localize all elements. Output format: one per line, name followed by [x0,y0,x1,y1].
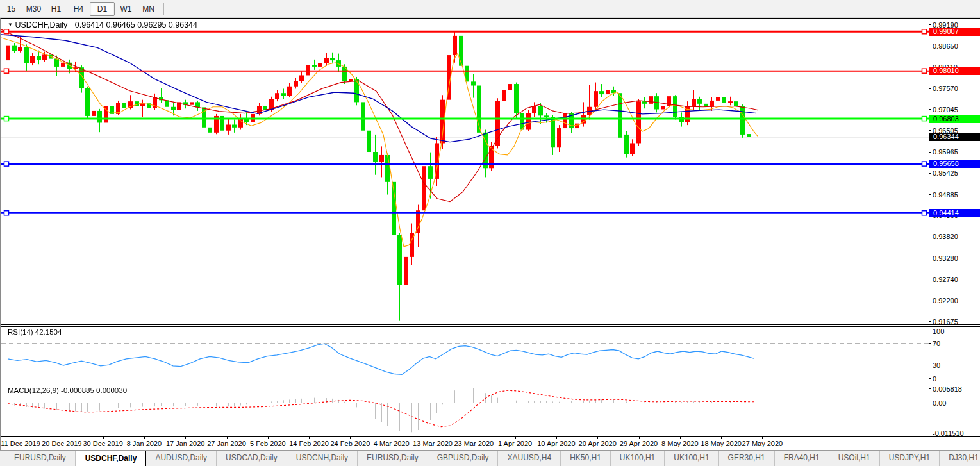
date-axis-label: 8 May 2020 [661,440,698,447]
chart-tab-eurusd-daily[interactable]: EURUSD,Daily [5,451,76,466]
date-axis-tick [474,437,474,439]
axis-tick [929,237,931,237]
date-axis-label: 17 Jan 2020 [166,440,205,447]
rsi-indicator-canvas[interactable] [1,327,929,383]
chart-tab-ger30-h1[interactable]: GER30,H1 [719,451,775,466]
timeframe-button-d1[interactable]: D1 [90,2,115,16]
chart-tab-usdcad-daily[interactable]: USDCAD,Daily [217,451,287,466]
price-axis-label: 0.97570 [933,85,958,92]
date-axis-label: 20 Apr 2020 [579,440,617,447]
date-axis-label: 23 Mar 2020 [454,440,494,447]
chart-tab-hk50-h1[interactable]: HK50,H1 [561,451,611,466]
symbol-dropdown-arrow-icon: ▼ [8,22,13,28]
chart-ohlc-values: 0.96414 0.96465 0.96295 0.96344 [75,21,197,29]
price-axis-line [929,19,929,436]
date-axis-tick [680,437,681,439]
axis-tick [929,173,931,174]
date-axis-label: 27 May 2020 [742,440,783,447]
chart-tab-xauusd-h4[interactable]: XAUUSD,H4 [498,451,561,466]
toolbar-separator [163,3,164,15]
timeframe-button-m30[interactable]: M30 [22,2,45,16]
axis-tick [929,258,931,258]
axis-tick [929,388,931,389]
price-line-badge: 0.95658 [929,160,980,168]
date-axis-tick [21,437,21,439]
rsi-axis-label: 0 [933,375,936,383]
date-axis-label: 1 Apr 2020 [498,440,532,447]
chart-tab-eurusd-daily[interactable]: EURUSD,Daily [358,451,428,466]
chart-tab-dj30-h1[interactable]: DJ30,H1 [940,451,980,466]
macd-label: MACD(12,26,9) -0.000885 0.000030 [8,387,127,394]
date-axis-label: 18 May 2020 [701,440,742,447]
chart-tab-usdcnh-daily[interactable]: USDCNH,Daily [287,451,358,466]
chart-symbol-label: USDCHF,Daily [15,21,67,29]
axis-tick [929,331,931,331]
date-axis-label: 11 Dec 2019 [1,440,40,447]
chart-tab-usdchf-daily[interactable]: USDCHF,Daily [76,451,147,466]
date-axis-label: 27 Jan 2020 [207,440,246,447]
date-axis-tick [556,437,557,439]
timeframe-button-mn[interactable]: MN [137,2,160,16]
price-line-badge: 0.98010 [929,67,980,75]
rsi-axis-label: 30 [933,362,940,369]
date-axis-label: 13 Mar 2020 [413,440,453,447]
timeframe-button-h1[interactable]: H1 [45,2,67,16]
date-axis-tick [103,437,104,439]
axis-tick [929,403,931,403]
price-axis-label: 0.93280 [933,254,958,262]
macd-axis-label: 0.005818 [933,385,962,393]
axis-tick [929,365,931,365]
price-line-badge: 0.96344 [929,133,980,141]
axis-tick [929,378,931,379]
axis-tick [929,88,931,89]
axis-tick [929,152,931,153]
timeframe-button-h4[interactable]: H4 [67,2,90,16]
main-price-chart-canvas[interactable] [1,19,929,324]
price-axis-label: 0.93820 [933,233,958,240]
price-line-badge: 0.94414 [929,209,980,217]
price-axis-label: 0.92200 [933,297,958,304]
macd-indicator-canvas[interactable] [1,385,929,436]
timeframe-button-15[interactable]: 15 [0,2,22,16]
date-axis-tick [392,437,392,439]
date-axis-label: 29 Apr 2020 [620,440,658,447]
timeframe-toolbar: 15M30H1H4D1W1MN [0,0,980,18]
rsi-label: RSI(14) 42.1504 [8,328,62,336]
date-axis-tick [62,437,62,439]
date-axis-label: 10 Apr 2020 [537,440,575,447]
price-axis-label: 0.94885 [933,191,958,199]
timeframe-button-w1[interactable]: W1 [115,2,137,16]
axis-tick [929,46,931,46]
date-axis-label: 8 Jan 2020 [127,440,162,447]
date-axis-label: 14 Feb 2020 [289,440,329,447]
date-axis-tick [762,437,763,439]
price-axis-label: 0.95425 [933,169,958,177]
date-axis-label: 20 Dec 2019 [42,440,81,447]
date-axis-tick [185,437,186,439]
macd-axis-label: -0.011510 [933,429,964,437]
chart-tab-usdjpy-h1[interactable]: USDJPY,H1 [880,451,940,466]
chart-tab-fra40-h1[interactable]: FRA40,H1 [775,451,829,466]
axis-tick [929,24,931,25]
axis-tick [929,343,931,344]
price-axis-label: 0.95965 [933,148,958,156]
mt4-application-window: 15M30H1H4D1W1MN ▼ USDCHF,Daily 0.96414 0… [0,0,980,466]
price-axis-label: 0.91675 [933,318,958,326]
chart-tab-uk100-h1[interactable]: UK100,H1 [611,451,665,466]
date-axis-tick [350,437,351,439]
axis-tick [929,321,931,322]
date-axis-tick [144,437,145,439]
chart-tab-uk100-h1[interactable]: UK100,H1 [665,451,718,466]
price-axis-label: 0.92740 [933,276,958,283]
chart-tab-gbpusd-daily[interactable]: GBPUSD,Daily [428,451,499,466]
chart-tab-usoil-h1[interactable]: USOil,H1 [829,451,880,466]
date-axis: 11 Dec 201920 Dec 201930 Dec 20198 Jan 2… [1,436,980,451]
chart-title: ▼ USDCHF,Daily 0.96414 0.96465 0.96295 0… [8,21,197,29]
price-axis-label: 0.97045 [933,106,958,113]
date-axis-tick [639,437,640,439]
chart-tab-audusd-daily[interactable]: AUDUSD,Daily [146,451,217,466]
rsi-axis-label: 100 [933,328,944,335]
date-axis-tick [268,437,269,439]
axis-tick [929,301,931,301]
rsi-axis-label: 70 [933,340,940,347]
